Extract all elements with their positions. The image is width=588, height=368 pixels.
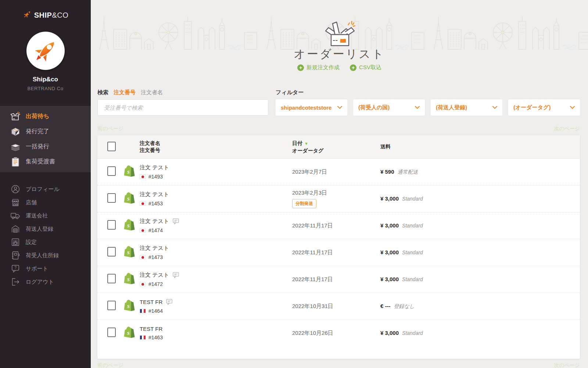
sidebar-item-label: 荷受人住所録 — [26, 252, 59, 259]
sidebar-item-stores[interactable]: 店舗 — [0, 196, 91, 209]
sidebar-item-recipient-address-book[interactable]: 荷受人住所録 — [0, 249, 91, 262]
company-name: BERTRAND Co — [0, 86, 91, 91]
app-logo[interactable]: SHIP&CO — [0, 10, 91, 21]
sidebar-item-pickup-manifest[interactable]: 集荷受渡書 — [0, 154, 91, 169]
sliders-icon — [10, 237, 21, 247]
sidebar-item-label: 運送会社 — [26, 212, 48, 219]
order-customer: TEST FR — [140, 326, 162, 332]
order-number: #1472 — [148, 281, 163, 287]
shopify-icon: S — [124, 299, 135, 312]
logout-icon — [10, 277, 21, 287]
shipping-fee: ¥ 3,000 — [380, 195, 399, 202]
prev-page-link[interactable]: 前のページ — [97, 362, 123, 368]
order-date: 2023年2月3日 — [292, 190, 380, 197]
shipper-filter-select[interactable]: (荷送人登録) — [431, 99, 502, 116]
csv-import-button[interactable]: + CSV取込 — [350, 64, 381, 71]
table-row[interactable]: S 注文 テスト #1453 2023年2月3日 分割発送 ¥ 3,000Sta… — [97, 185, 580, 212]
sidebar-item-label: 店舗 — [26, 199, 37, 206]
chevron-down-icon — [492, 106, 497, 109]
country-flag — [140, 282, 146, 286]
sidebar-item-label: 一括発行 — [26, 143, 49, 151]
order-number: #1474 — [148, 227, 163, 233]
avatar — [26, 32, 65, 70]
recipient-country-filter-select[interactable]: (荷受人の国) — [353, 99, 425, 116]
sidebar-item-support[interactable]: ? サポート — [0, 262, 91, 275]
note-icon[interactable] — [166, 298, 173, 305]
prev-page-link[interactable]: 前のページ — [97, 125, 123, 132]
search-block: 検索 注文番号 注文者名 — [97, 89, 268, 116]
shopify-icon: S — [124, 272, 135, 285]
country-flag — [140, 201, 146, 206]
country-flag — [140, 335, 146, 340]
order-date: 2022年10月31日 — [292, 303, 380, 310]
header-customer-name: 注文者名 — [140, 140, 292, 147]
sidebar-item-settings[interactable]: 設定 — [0, 236, 91, 249]
country-flag — [140, 228, 146, 233]
order-date: 2022年11月17日 — [292, 222, 380, 229]
order-date: 2022年11月17日 — [292, 276, 380, 283]
order-number: #1464 — [148, 308, 163, 314]
closed-box-icon — [10, 127, 21, 137]
sidebar-item-carriers[interactable]: 運送会社 — [0, 209, 91, 222]
logo-text: SHIP&CO — [34, 11, 69, 20]
clipboard-icon — [10, 157, 21, 167]
header-date-sort[interactable]: 日付▼ — [292, 140, 380, 147]
search-tab-customer-name[interactable]: 注文者名 — [141, 89, 163, 96]
table-row[interactable]: S TEST FR #1464 2022年10月31日 € ---登録なし — [97, 293, 580, 319]
row-checkbox[interactable] — [107, 166, 116, 176]
shipping-service: Standard — [402, 330, 423, 336]
svg-text:S: S — [127, 304, 130, 309]
sidebar-item-logout[interactable]: ログアウト — [0, 275, 91, 289]
sidebar-item-profile[interactable]: プロフィール — [0, 183, 91, 196]
shipping-service: Standard — [402, 276, 423, 282]
orders-table: 注文者名 注文番号 日付▼ オーダータグ 送料 S — [97, 135, 580, 359]
shopify-icon: S — [124, 326, 135, 339]
sidebar-item-batch-issue[interactable]: 一括発行 — [0, 139, 91, 154]
search-input[interactable] — [97, 99, 268, 116]
sidebar-item-label: 荷送人登録 — [26, 226, 53, 233]
sidebar-item-label: ログアウト — [26, 279, 54, 286]
sidebar-item-issued[interactable]: 発行完了 — [0, 124, 91, 139]
logo-rocket-icon — [22, 10, 32, 21]
svg-text:S: S — [127, 223, 130, 229]
note-icon[interactable] — [172, 272, 179, 279]
header-order-tag: オーダータグ — [292, 147, 380, 154]
note-icon[interactable] — [172, 218, 179, 225]
order-date: 2022年10月26日 — [292, 330, 380, 337]
row-checkbox[interactable] — [107, 328, 116, 337]
shopify-icon: S — [124, 165, 135, 177]
pagination-top: 前のページ 次のページ — [91, 125, 588, 132]
shipping-service: Standard — [402, 196, 423, 202]
table-row[interactable]: S 注文 テスト #1493 2023年2月7日 ¥ 590通常配送 — [97, 159, 580, 185]
next-page-link[interactable]: 次のページ — [554, 125, 580, 132]
order-customer: 注文 テスト — [140, 245, 169, 252]
store-filter-select[interactable]: shipandcoteststore — [276, 99, 347, 116]
order-tag: 分割発送 — [292, 199, 316, 208]
row-checkbox[interactable] — [107, 193, 116, 203]
header-shipping-fee: 送料 — [380, 144, 573, 150]
sidebar-item-label: サポート — [26, 265, 48, 272]
create-order-button[interactable]: + 新規注文作成 — [297, 64, 340, 71]
row-checkbox[interactable] — [107, 274, 116, 283]
order-tag-filter-select[interactable]: (オーダータグ) — [508, 99, 580, 116]
order-date: 2022年11月17日 — [292, 249, 380, 256]
next-page-link[interactable]: 次のページ — [554, 362, 580, 368]
table-row[interactable]: S 注文 テスト #1474 2022年11月17日 ¥ 3,000Standa… — [97, 212, 580, 239]
search-tab-order-number[interactable]: 注文番号 — [114, 89, 136, 96]
shipping-fee: ¥ 3,000 — [380, 222, 399, 229]
sidebar-item-shipper-registration[interactable]: 荷送人登録 — [0, 222, 91, 236]
select-all-checkbox[interactable] — [107, 142, 116, 151]
row-checkbox[interactable] — [107, 247, 116, 256]
table-row[interactable]: S 注文 テスト #1473 2022年11月17日 ¥ 3,000Standa… — [97, 239, 580, 266]
table-row[interactable]: S TEST FR #1463 2022年10月26日 ¥ 3,000Stand… — [97, 319, 580, 346]
table-row[interactable]: S 注文 テスト #1472 2022年11月17日 ¥ 3,000Standa… — [97, 266, 580, 293]
controls-bar: 検索 注文番号 注文者名 フィルター shipandcoteststore (荷 — [91, 89, 588, 116]
order-customer: 注文 テスト — [140, 272, 169, 279]
chevron-down-icon — [337, 106, 342, 109]
svg-text:S: S — [127, 169, 130, 175]
sidebar-item-awaiting-shipment[interactable]: 出荷待ち — [0, 109, 91, 124]
svg-text:S: S — [127, 330, 130, 336]
header-order-number: 注文番号 — [140, 147, 292, 154]
row-checkbox[interactable] — [107, 301, 116, 310]
row-checkbox[interactable] — [107, 220, 116, 230]
